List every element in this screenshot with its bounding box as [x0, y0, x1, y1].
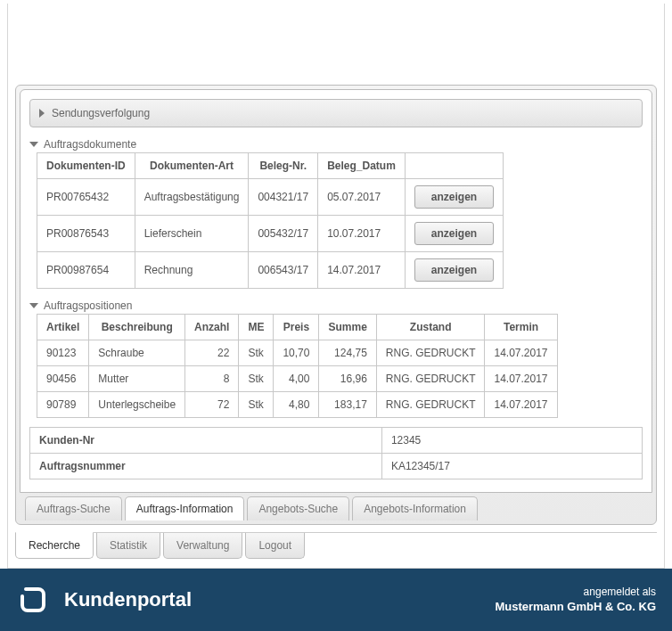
cell-summe: 16,96 [319, 366, 376, 392]
tab-recherche[interactable]: Recherche [15, 532, 94, 559]
cell-artikel: 90789 [37, 392, 89, 418]
tracking-title: Sendungsverfolgung [52, 107, 150, 119]
cell-datum: 14.07.2017 [318, 252, 406, 289]
positions-col-header: Artikel [37, 315, 89, 340]
show-button[interactable]: anzeigen [414, 258, 494, 282]
subtab-auftrags-information[interactable]: Auftrags-Information [125, 496, 245, 520]
cell-belegnr: 004321/17 [249, 179, 318, 216]
documents-toggle[interactable]: Auftragsdokumente [29, 136, 643, 152]
positions-col-header: Anzahl [185, 315, 239, 340]
documents-col-header: Dokumenten-Art [135, 153, 249, 179]
cell-art: Rechnung [135, 252, 249, 289]
cell-preis: 4,80 [274, 392, 319, 418]
tab-verwaltung[interactable]: Verwaltung [163, 533, 242, 559]
subtab-angebots-information[interactable]: Angebots-Information [352, 496, 478, 520]
documents-title: Auftragsdokumente [44, 138, 136, 151]
positions-col-header: Preis [274, 315, 319, 340]
cell-artikel: 90123 [37, 340, 89, 366]
sub-content: Kunden-Nr 12345 Auftragsnummer KA12345/1… [20, 89, 652, 493]
cell-anzahl: 22 [185, 340, 239, 366]
cell-anzahl: 8 [185, 366, 239, 392]
main-tabs: Recherche Statistik Verwaltung Logout [15, 532, 657, 559]
cell-action: anzeigen [405, 179, 503, 216]
tab-statistik[interactable]: Statistik [96, 533, 160, 559]
cell-zustand: RNG. GEDRUCKT [376, 366, 485, 392]
cell-beschr: Unterlegscheibe [89, 392, 185, 418]
logged-in-company: Mustermann GmbH & Co. KG [495, 599, 656, 615]
tab-logout[interactable]: Logout [245, 533, 305, 559]
cell-preis: 10,70 [274, 340, 319, 366]
table-row: 90789Unterlegscheibe72Stk4,80183,17RNG. … [37, 392, 558, 418]
documents-col-header [405, 153, 503, 179]
logged-in-as-label: angemeldet als [495, 585, 656, 600]
logo-icon [16, 583, 50, 617]
header: Kundenportal angemeldet als Mustermann G… [0, 569, 672, 631]
documents-col-header: Beleg-Nr. [249, 153, 318, 179]
table-row: PR00987654Rechnung006543/1714.07.2017anz… [37, 252, 504, 289]
documents-table: Dokumenten-IDDokumenten-ArtBeleg-Nr.Bele… [37, 152, 504, 289]
cell-belegnr: 005432/17 [249, 216, 318, 252]
order-info-table: Kunden-Nr 12345 Auftragsnummer KA12345/1… [29, 427, 643, 479]
cell-me: Stk [239, 366, 274, 392]
cell-art: Auftragsbestätigung [135, 179, 249, 216]
cell-zustand: RNG. GEDRUCKT [376, 340, 485, 366]
cell-termin: 14.07.2017 [485, 392, 557, 418]
kunden-nr-value: 12345 [381, 428, 642, 454]
table-row: 90123Schraube22Stk10,70124,75RNG. GEDRUC… [37, 340, 558, 366]
chevron-right-icon [39, 109, 45, 118]
cell-termin: 14.07.2017 [485, 340, 557, 366]
positions-col-header: ME [239, 315, 274, 340]
app-title: Kundenportal [64, 588, 495, 611]
positions-col-header: Beschreibung [89, 315, 185, 340]
cell-id: PR00987654 [37, 252, 135, 289]
documents-section: Auftragsdokumente Dokumenten-IDDokumente… [29, 136, 643, 289]
cell-summe: 124,75 [319, 340, 376, 366]
table-row: PR00876543Lieferschein005432/1710.07.201… [37, 216, 504, 252]
table-row: 90456Mutter8Stk4,0016,96RNG. GEDRUCKT14.… [37, 366, 558, 392]
tracking-toggle[interactable]: Sendungsverfolgung [29, 99, 643, 127]
cell-artikel: 90456 [37, 366, 89, 392]
show-button[interactable]: anzeigen [414, 185, 494, 209]
cell-action: anzeigen [405, 216, 503, 252]
cell-datum: 10.07.2017 [318, 216, 406, 252]
cell-art: Lieferschein [135, 216, 249, 252]
subtab-auftrags-suche[interactable]: Auftrags-Suche [25, 496, 122, 520]
cell-action: anzeigen [405, 252, 503, 289]
kunden-nr-label: Kunden-Nr [30, 428, 382, 454]
cell-me: Stk [239, 340, 274, 366]
cell-preis: 4,00 [274, 366, 319, 392]
content-panel: Recherche Statistik Verwaltung Logout Au… [7, 4, 665, 569]
cell-datum: 05.07.2017 [318, 179, 406, 216]
sub-panel: Auftrags-Suche Auftrags-Information Ange… [15, 85, 657, 525]
login-info: angemeldet als Mustermann GmbH & Co. KG [495, 585, 656, 616]
positions-section: Auftragspositionen ArtikelBeschreibungAn… [29, 298, 643, 418]
cell-summe: 183,17 [319, 392, 376, 418]
cell-me: Stk [239, 392, 274, 418]
cell-id: PR00765432 [37, 179, 135, 216]
auftragsnummer-label: Auftragsnummer [30, 454, 382, 479]
cell-anzahl: 72 [185, 392, 239, 418]
positions-col-header: Zustand [376, 315, 485, 340]
positions-table: ArtikelBeschreibungAnzahlMEPreisSummeZus… [37, 314, 558, 418]
auftragsnummer-value: KA12345/17 [381, 454, 642, 479]
cell-belegnr: 006543/17 [249, 252, 318, 289]
table-row: PR00765432Auftragsbestätigung004321/1705… [37, 179, 504, 216]
cell-beschr: Schraube [89, 340, 185, 366]
positions-title: Auftragspositionen [44, 299, 132, 312]
documents-col-header: Beleg_Datum [318, 153, 406, 179]
chevron-down-icon [29, 303, 38, 308]
sub-tabs: Auftrags-Suche Auftrags-Information Ange… [20, 493, 652, 520]
positions-col-header: Termin [485, 315, 557, 340]
show-button[interactable]: anzeigen [414, 222, 494, 245]
chevron-down-icon [29, 142, 38, 147]
documents-col-header: Dokumenten-ID [37, 153, 135, 179]
positions-col-header: Summe [319, 315, 376, 340]
positions-toggle[interactable]: Auftragspositionen [29, 298, 643, 314]
cell-id: PR00876543 [37, 216, 135, 252]
cell-beschr: Mutter [89, 366, 185, 392]
cell-termin: 14.07.2017 [485, 366, 557, 392]
cell-zustand: RNG. GEDRUCKT [376, 392, 485, 418]
subtab-angebots-suche[interactable]: Angebots-Suche [247, 496, 349, 520]
